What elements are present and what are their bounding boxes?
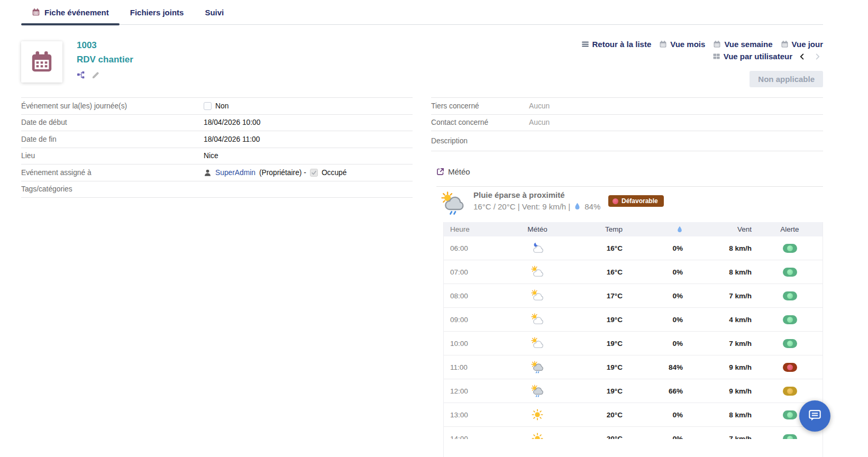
alert-pill [783,268,797,277]
related-details-table: Tiers concerné Aucun Contact concerné Au… [431,97,823,151]
view-actions: Retour à la liste Vue mois Vue semaine V… [581,38,823,62]
wind-cell: 7 km/h [688,435,757,440]
field-date-start: Date de début 18/04/2026 10:00 [21,115,413,132]
sun-cloud-icon [531,289,544,302]
tab-bar: Fiche événement Fichiers joints Suivi [21,0,823,25]
calendar-week-icon [713,40,721,48]
droplet-icon [574,203,581,211]
weather-details: 16°C / 20°C | Vent: 9 km/h | [473,202,570,211]
event-card-page: Fiche événement Fichiers joints Suivi 10… [0,0,868,457]
field-location: Lieu Nice [21,148,413,165]
external-link-icon[interactable] [436,168,444,176]
tab-label: Suivi [205,8,224,17]
hour-cell: 07:00 [444,268,503,276]
view-week-button[interactable]: Vue semaine [713,38,772,50]
temp-cell: 16°C [572,268,630,276]
humidity-cell: 0% [630,340,688,348]
temp-cell: 17°C [572,292,630,300]
weather-table-body: 06:00 16°C 0% 8 km/h 07:00 16°C 0% 8 km/… [444,236,823,439]
field-fullday: Événement sur la(les) journée(s) Non [21,98,413,115]
sun-cloud-icon [531,266,544,278]
alert-pill [783,410,797,419]
tab-fichiers-joints[interactable]: Fichiers joints [120,0,195,24]
moon-cloud-icon [531,242,544,254]
sun-rain-icon [531,385,544,397]
humidity-cell: 0% [630,292,688,300]
tab-label: Fichiers joints [130,8,184,17]
alert-pill [783,363,797,372]
sun-cloud-icon [531,313,544,326]
temp-cell: 19°C [572,316,630,324]
view-day-button[interactable]: Vue jour [781,38,823,50]
sun-icon [531,432,544,439]
weather-row: 06:00 16°C 0% 8 km/h [444,236,823,260]
weather-row: 14:00 20°C 0% 7 km/h [444,427,823,439]
tab-fiche-evenement[interactable]: Fiche événement [21,0,120,24]
temp-cell: 20°C [572,411,630,419]
humidity-cell: 0% [630,268,688,276]
weather-row: 13:00 20°C 0% 8 km/h [444,403,823,427]
temp-cell: 19°C [572,340,630,348]
humidity-cell: 66% [630,387,688,395]
view-per-user-button[interactable]: Vue par utilisateur [712,50,792,62]
wind-cell: 4 km/h [688,316,757,324]
weather-row: 09:00 19°C 0% 4 km/h [444,308,823,332]
fullday-checkbox [204,102,212,110]
hour-cell: 10:00 [444,340,503,348]
status-non-applicable: Non applicable [750,71,823,87]
weather-row: 08:00 17°C 0% 7 km/h [444,284,823,308]
assigned-user-link[interactable]: SuperAdmin [215,169,255,177]
humidity-cell: 0% [630,435,688,440]
back-to-list-button[interactable]: Retour à la liste [581,38,652,50]
field-date-end: Date de fin 18/04/2026 11:00 [21,131,413,148]
calendar-icon [32,8,40,16]
wind-cell: 7 km/h [688,292,757,300]
calendar-day-icon [781,40,789,48]
field-assigned: Evénement assigné à SuperAdmin (Propriét… [21,164,413,181]
event-calendar-icon [30,50,54,74]
weather-table-header: Heure Météo Temp Vent Alerte [444,222,823,236]
hour-cell: 12:00 [444,387,503,395]
chat-bubble-icon [808,408,822,423]
field-tags: Tags/catégories [21,181,413,198]
hour-cell: 11:00 [444,363,503,371]
tab-suivi[interactable]: Suivi [194,0,234,24]
edit-icon[interactable] [92,71,100,79]
droplet-icon [677,226,683,233]
weather-row: 10:00 19°C 0% 7 km/h [444,332,823,355]
user-icon [204,169,212,177]
weather-forecast-table: Heure Météo Temp Vent Alerte 06:00 16°C … [443,222,823,457]
weather-row: 07:00 16°C 0% 8 km/h [444,260,823,284]
temp-cell: 19°C [572,387,630,395]
sun-cloud-icon [531,337,544,350]
previous-record-button[interactable] [796,51,808,62]
weather-condition: Pluie éparse à proximité [473,190,600,199]
next-record-button[interactable] [811,51,823,62]
alert-pill [783,291,797,300]
weather-humidity: 84% [584,202,600,211]
alert-pill [783,434,797,440]
hour-cell: 06:00 [444,244,503,252]
alert-pill [783,387,797,396]
weather-alert-badge: Défavorable [608,195,664,207]
humidity-cell: 0% [630,316,688,324]
calendar-month-icon [659,40,667,48]
event-ref: 1003 [77,40,97,51]
project-link-icon[interactable] [77,71,85,79]
chat-button[interactable] [799,400,830,432]
wind-cell: 7 km/h [688,340,757,348]
hour-cell: 14:00 [444,435,503,440]
sun-rain-cloud-icon [440,190,465,216]
wind-cell: 8 km/h [688,268,757,276]
field-contact: Contact concerné Aucun [431,115,823,132]
view-month-button[interactable]: Vue mois [659,38,705,50]
field-thirdparty: Tiers concerné Aucun [431,98,823,115]
humidity-cell: 84% [630,363,688,371]
divider [436,186,823,187]
field-description: Description [431,131,823,151]
alert-pill [783,339,797,348]
list-icon [581,40,589,48]
hour-cell: 13:00 [444,411,503,419]
event-type-icon-card [21,41,62,83]
busy-checkbox [310,169,318,177]
